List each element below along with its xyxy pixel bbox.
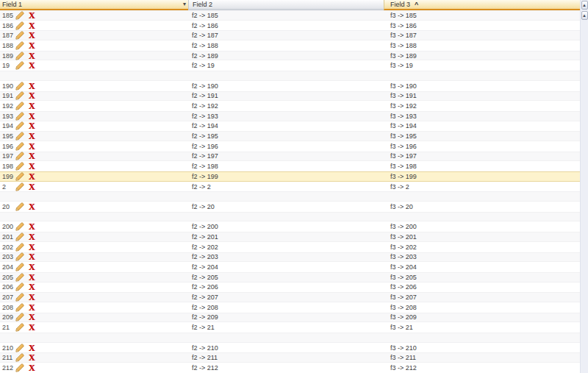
edit-pencil-icon[interactable] bbox=[15, 283, 24, 291]
delete-x-icon[interactable]: X bbox=[29, 182, 35, 191]
edit-pencil-icon[interactable] bbox=[15, 51, 24, 60]
edit-pencil-icon[interactable] bbox=[15, 202, 24, 211]
table-row[interactable]: 211 X f2 -> 211 f3 -> 211 bbox=[0, 352, 580, 363]
delete-x-icon[interactable]: X bbox=[29, 112, 35, 121]
edit-pencil-icon[interactable] bbox=[15, 21, 24, 30]
edit-pencil-icon[interactable] bbox=[15, 132, 24, 141]
table-row[interactable]: 186 X f2 -> 186 f3 -> 186 bbox=[0, 21, 580, 31]
table-row[interactable]: 208 X f2 -> 208 f3 -> 208 bbox=[0, 302, 580, 313]
edit-pencil-icon[interactable] bbox=[15, 31, 24, 40]
edit-pencil-icon[interactable] bbox=[15, 363, 24, 372]
delete-x-icon[interactable]: X bbox=[29, 293, 35, 302]
table-row[interactable]: 196 X f2 -> 196 f3 -> 196 bbox=[0, 141, 580, 152]
table-row[interactable]: 204 X f2 -> 204 f3 -> 204 bbox=[0, 262, 580, 272]
edit-pencil-icon[interactable] bbox=[15, 252, 24, 261]
column-header-field1[interactable]: Field 1 ▾ bbox=[0, 0, 188, 10]
table-row[interactable]: 207 X f2 -> 207 f3 -> 207 bbox=[0, 292, 580, 302]
edit-pencil-icon[interactable] bbox=[15, 112, 24, 121]
table-row[interactable]: 185 X f2 -> 185 f3 -> 185 bbox=[0, 10, 580, 21]
delete-x-icon[interactable]: X bbox=[29, 273, 35, 282]
table-row[interactable]: 188 X f2 -> 188 f3 -> 188 bbox=[0, 40, 580, 51]
edit-pencil-icon[interactable] bbox=[15, 162, 24, 171]
edit-pencil-icon[interactable] bbox=[15, 263, 24, 271]
vertical-scrollbar[interactable]: ▲ ▲ bbox=[580, 0, 588, 373]
delete-x-icon[interactable]: X bbox=[29, 142, 35, 151]
delete-x-icon[interactable]: X bbox=[29, 172, 35, 181]
delete-x-icon[interactable]: X bbox=[29, 252, 35, 261]
delete-x-icon[interactable]: X bbox=[29, 363, 35, 372]
delete-x-icon[interactable]: X bbox=[29, 283, 35, 291]
edit-pencil-icon[interactable] bbox=[15, 232, 24, 241]
edit-pencil-icon[interactable] bbox=[15, 353, 24, 362]
table-row[interactable]: 192 X f2 -> 192 f3 -> 192 bbox=[0, 101, 580, 111]
edit-pencil-icon[interactable] bbox=[15, 11, 24, 20]
delete-x-icon[interactable]: X bbox=[29, 102, 35, 110]
edit-pencil-icon[interactable] bbox=[15, 313, 24, 322]
delete-x-icon[interactable]: X bbox=[29, 41, 35, 50]
header-menu-trigger-icon[interactable]: ▾ bbox=[183, 0, 186, 9]
delete-x-icon[interactable]: X bbox=[29, 222, 35, 231]
delete-x-icon[interactable]: X bbox=[29, 51, 35, 60]
table-row[interactable]: 209 X f2 -> 209 f3 -> 209 bbox=[0, 313, 580, 323]
edit-pencil-icon[interactable] bbox=[15, 172, 24, 181]
delete-x-icon[interactable]: X bbox=[29, 132, 35, 141]
delete-x-icon[interactable]: X bbox=[29, 121, 35, 130]
edit-pencil-icon[interactable] bbox=[15, 182, 24, 191]
edit-pencil-icon[interactable] bbox=[15, 142, 24, 151]
scroll-up-button-inner[interactable]: ▲ bbox=[581, 11, 588, 20]
table-row[interactable]: 19 X f2 -> 19 f3 -> 19 bbox=[0, 60, 580, 71]
table-row[interactable]: 200 X f2 -> 200 f3 -> 200 bbox=[0, 221, 580, 232]
delete-x-icon[interactable]: X bbox=[29, 21, 35, 30]
table-row[interactable]: 201 X f2 -> 201 f3 -> 201 bbox=[0, 232, 580, 242]
edit-pencil-icon[interactable] bbox=[15, 102, 24, 110]
edit-pencil-icon[interactable] bbox=[15, 273, 24, 282]
table-row[interactable]: 190 X f2 -> 190 f3 -> 190 bbox=[0, 81, 580, 91]
edit-pencil-icon[interactable] bbox=[15, 82, 24, 90]
table-row[interactable] bbox=[0, 333, 580, 343]
delete-x-icon[interactable]: X bbox=[29, 263, 35, 271]
table-row[interactable]: 206 X f2 -> 206 f3 -> 206 bbox=[0, 283, 580, 293]
table-row[interactable]: 195 X f2 -> 195 f3 -> 195 bbox=[0, 131, 580, 141]
table-row[interactable]: 210 X f2 -> 210 f3 -> 210 bbox=[0, 343, 580, 353]
delete-x-icon[interactable]: X bbox=[29, 243, 35, 252]
delete-x-icon[interactable]: X bbox=[29, 313, 35, 322]
table-row[interactable]: 193 X f2 -> 193 f3 -> 193 bbox=[0, 111, 580, 121]
table-row[interactable]: 191 X f2 -> 191 f3 -> 191 bbox=[0, 91, 580, 102]
edit-pencil-icon[interactable] bbox=[15, 222, 24, 231]
edit-pencil-icon[interactable] bbox=[15, 303, 24, 312]
table-row[interactable]: 2 X f2 -> 2 f3 -> 2 bbox=[0, 182, 580, 192]
delete-x-icon[interactable]: X bbox=[29, 232, 35, 241]
table-row[interactable] bbox=[0, 71, 580, 81]
table-row[interactable]: 205 X f2 -> 205 f3 -> 205 bbox=[0, 272, 580, 283]
table-row[interactable]: 202 X f2 -> 202 f3 -> 202 bbox=[0, 242, 580, 252]
table-row[interactable]: 21 X f2 -> 21 f3 -> 21 bbox=[0, 322, 580, 333]
table-row[interactable]: 198 X f2 -> 198 f3 -> 198 bbox=[0, 161, 580, 171]
delete-x-icon[interactable]: X bbox=[29, 303, 35, 312]
delete-x-icon[interactable]: X bbox=[29, 82, 35, 90]
delete-x-icon[interactable]: X bbox=[29, 162, 35, 171]
edit-pencil-icon[interactable] bbox=[15, 293, 24, 302]
delete-x-icon[interactable]: X bbox=[29, 202, 35, 211]
table-row[interactable]: 194 X f2 -> 194 f3 -> 194 bbox=[0, 121, 580, 132]
edit-pencil-icon[interactable] bbox=[15, 323, 24, 332]
delete-x-icon[interactable]: X bbox=[29, 11, 35, 20]
edit-pencil-icon[interactable] bbox=[15, 243, 24, 252]
table-row[interactable]: 20 X f2 -> 20 f3 -> 20 bbox=[0, 202, 580, 212]
delete-x-icon[interactable]: X bbox=[29, 353, 35, 362]
edit-pencil-icon[interactable] bbox=[15, 152, 24, 160]
delete-x-icon[interactable]: X bbox=[29, 61, 35, 70]
table-row[interactable] bbox=[0, 212, 580, 222]
column-header-field2[interactable]: Field 2 bbox=[188, 0, 384, 10]
delete-x-icon[interactable]: X bbox=[29, 344, 35, 352]
table-row[interactable]: 197 X f2 -> 197 f3 -> 197 bbox=[0, 152, 580, 162]
table-row[interactable]: 203 X f2 -> 203 f3 -> 203 bbox=[0, 252, 580, 263]
scroll-up-button-outer[interactable]: ▲ bbox=[581, 1, 588, 10]
column-header-field3[interactable]: Field 3 ^ bbox=[384, 0, 580, 10]
edit-pencil-icon[interactable] bbox=[15, 121, 24, 130]
table-row[interactable] bbox=[0, 191, 580, 202]
delete-x-icon[interactable]: X bbox=[29, 91, 35, 100]
edit-pencil-icon[interactable] bbox=[15, 41, 24, 50]
edit-pencil-icon[interactable] bbox=[15, 91, 24, 100]
delete-x-icon[interactable]: X bbox=[29, 323, 35, 332]
table-row[interactable]: 187 X f2 -> 187 f3 -> 187 bbox=[0, 30, 580, 40]
